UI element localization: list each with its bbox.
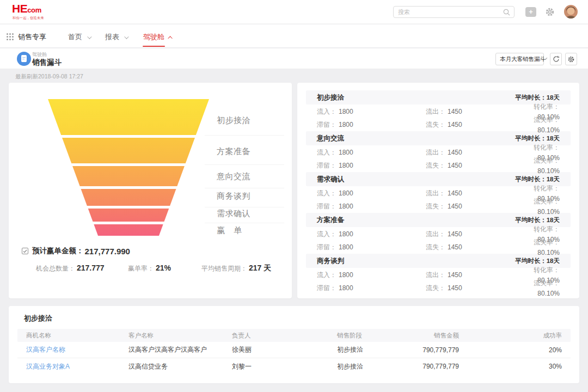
col-owner: 负责人 bbox=[232, 332, 337, 340]
success-rate: 30% bbox=[459, 363, 562, 370]
page-title: 销售漏斗 bbox=[32, 58, 62, 68]
col-opportunity-name: 商机名称 bbox=[26, 332, 128, 340]
stat-outflow: 流出：1450 bbox=[426, 106, 518, 117]
global-search[interactable] bbox=[393, 6, 514, 18]
stage-name: 商务谈判 bbox=[317, 256, 344, 266]
chevron-up-icon bbox=[168, 36, 172, 40]
funnel-segment[interactable] bbox=[48, 189, 209, 206]
app-launcher-icon[interactable] bbox=[7, 33, 14, 40]
sales-amount: 790,779,779 bbox=[402, 346, 459, 354]
stat-inflow: 流入：1800 bbox=[317, 229, 426, 239]
funnel-filter-select[interactable]: 本月大客销售漏斗 bbox=[495, 53, 544, 65]
funnel-segment[interactable] bbox=[48, 209, 209, 222]
funnel-stage-label: 需求确认 bbox=[217, 209, 284, 219]
success-rate: 20% bbox=[459, 346, 562, 354]
stage-stats-card: 初步接洽 平均时长：18天 流入：1800 流出：1450 转化率：80.10%… bbox=[297, 83, 579, 298]
search-input[interactable] bbox=[394, 9, 503, 15]
funnel-label-divider bbox=[205, 188, 284, 188]
stat-inflow: 流入：1800 bbox=[317, 270, 426, 280]
stat-loss-rate: 流失率：80.10% bbox=[518, 278, 560, 298]
customer-name: 汉高客户汉高客户汉高客户 bbox=[128, 345, 232, 354]
hecom-logo[interactable]: HEcom bbox=[12, 3, 41, 14]
stat-loss: 流失：1450 bbox=[426, 160, 518, 170]
dashboard-settings-button[interactable] bbox=[565, 53, 577, 65]
col-success-rate: 成功率 bbox=[459, 332, 562, 340]
stage-section: 意向交流 平均时长：18天 流入：1800 流出：1450 转化率：80.10%… bbox=[297, 131, 579, 171]
funnel-label-divider bbox=[205, 135, 284, 136]
funnel-stage-label: 意向交流 bbox=[217, 171, 284, 182]
nav-item-cockpit-active[interactable]: 驾驶舱 bbox=[143, 32, 173, 42]
stat-stay: 滞留：1800 bbox=[317, 160, 426, 170]
opportunity-link[interactable]: 汉高客户名称 bbox=[26, 345, 128, 354]
stat-outflow: 流出：1450 bbox=[426, 147, 518, 157]
stat-loss: 流失：1450 bbox=[426, 283, 518, 293]
checkbox-icon bbox=[22, 248, 28, 254]
stat-inflow: 流入：1800 bbox=[317, 106, 426, 117]
funnel-segment[interactable] bbox=[48, 166, 209, 186]
nav-item-reports[interactable]: 报表 bbox=[105, 32, 127, 42]
stage-duration: 平均时长：18天 bbox=[515, 216, 560, 224]
stage-section: 商务谈判 平均时长：18天 流入：1800 流出：1450 转化率：80.10%… bbox=[297, 254, 579, 294]
stage-name: 意向交流 bbox=[317, 134, 344, 143]
stat-loss-rate: 流失率：80.10% bbox=[518, 155, 560, 175]
stat-avg-sales-cycle: 平均销售周期：217 天 bbox=[201, 263, 271, 273]
stat-loss: 流失：1450 bbox=[426, 119, 518, 130]
table-header-row: 商机名称 客户名称 负责人 销售阶段 销售金额 成功率 bbox=[17, 329, 571, 342]
nav-item-home[interactable]: 首页 bbox=[68, 32, 90, 42]
funnel-stage-label: 商务谈判 bbox=[217, 191, 284, 201]
funnel-stage-label: 赢 单 bbox=[217, 225, 284, 236]
settings-gear-icon[interactable] bbox=[545, 7, 555, 17]
stat-outflow: 流出：1450 bbox=[426, 188, 518, 198]
table-title: 初步接洽 bbox=[24, 314, 52, 323]
funnel-segment[interactable] bbox=[48, 138, 209, 163]
filter-selected-value: 本月大客销售漏斗 bbox=[500, 56, 546, 63]
user-avatar[interactable] bbox=[564, 5, 578, 19]
funnel-label-divider bbox=[205, 223, 284, 223]
logo-he: HE bbox=[12, 2, 27, 15]
stat-loss: 流失：1450 bbox=[426, 201, 518, 211]
owner-name: 刘黎一 bbox=[232, 362, 337, 371]
stage-duration: 平均时长：18天 bbox=[515, 175, 560, 183]
expected-win-amount: 预计赢单金额： 217,777.990 bbox=[22, 246, 130, 256]
last-refresh-timestamp: 最新刷新2018-09-08 17:27 bbox=[15, 73, 83, 81]
sales-stage: 初步接洽 bbox=[337, 345, 402, 354]
funnel-label-divider bbox=[205, 207, 284, 207]
funnel-segment[interactable] bbox=[48, 224, 209, 236]
sales-amount: 790,779,779 bbox=[402, 363, 459, 370]
win-amount-label: 预计赢单金额： bbox=[32, 246, 84, 256]
search-icon[interactable] bbox=[503, 9, 510, 16]
stage-name: 初步接洽 bbox=[317, 93, 344, 102]
top-bar: HEcom 和你一起，创造未来 + bbox=[0, 0, 588, 24]
win-amount-value: 217,777.990 bbox=[85, 247, 130, 256]
sales-stage: 初步接洽 bbox=[337, 362, 402, 371]
funnel-stage-label: 方案准备 bbox=[217, 146, 284, 157]
stage-name: 需求确认 bbox=[317, 175, 344, 184]
stage-section: 需求确认 平均时长：18天 流入：1800 流出：1450 转化率：80.10%… bbox=[297, 172, 579, 212]
stat-opportunity-count: 机会总数量：217.777 bbox=[36, 263, 105, 273]
chevron-down-icon bbox=[124, 34, 128, 39]
workspace-label: 销售专享 bbox=[18, 32, 46, 42]
stat-loss: 流失：1450 bbox=[426, 242, 518, 252]
stat-loss-rate: 流失率：80.10% bbox=[518, 114, 560, 134]
refresh-button[interactable] bbox=[550, 53, 562, 65]
col-customer-name: 客户名称 bbox=[128, 332, 232, 340]
owner-name: 徐美丽 bbox=[232, 345, 337, 354]
stage-section: 方案准备 平均时长：18天 流入：1800 流出：1450 转化率：80.10%… bbox=[297, 213, 579, 253]
stage-duration: 平均时长：18天 bbox=[515, 134, 560, 143]
stage-duration: 平均时长：18天 bbox=[515, 94, 560, 102]
stat-outflow: 流出：1450 bbox=[426, 229, 518, 239]
col-sales-stage: 销售阶段 bbox=[337, 332, 402, 340]
add-button[interactable]: + bbox=[525, 7, 536, 17]
nav-bar: 销售专享 首页 报表 驾驶舱 bbox=[0, 24, 588, 48]
logo-tagline: 和你一起，创造未来 bbox=[13, 16, 44, 21]
table-row: 汉高客户名称 汉高客户汉高客户汉高客户 徐美丽 初步接洽 790,779,779… bbox=[17, 342, 571, 358]
funnel-segment[interactable] bbox=[48, 99, 209, 135]
sales-funnel-chart bbox=[48, 99, 209, 236]
funnel-label-divider bbox=[205, 164, 284, 165]
stage-name: 方案准备 bbox=[317, 216, 344, 225]
stat-stay: 滞留：1800 bbox=[317, 283, 426, 293]
logo-com: com bbox=[27, 6, 41, 14]
opportunity-link[interactable]: 汉高业务对象A bbox=[26, 362, 128, 371]
stat-outflow: 流出：1450 bbox=[426, 270, 518, 280]
table-row: 汉高业务对象A 汉高信贷业务 刘黎一 初步接洽 790,779,779 30% bbox=[17, 358, 571, 375]
